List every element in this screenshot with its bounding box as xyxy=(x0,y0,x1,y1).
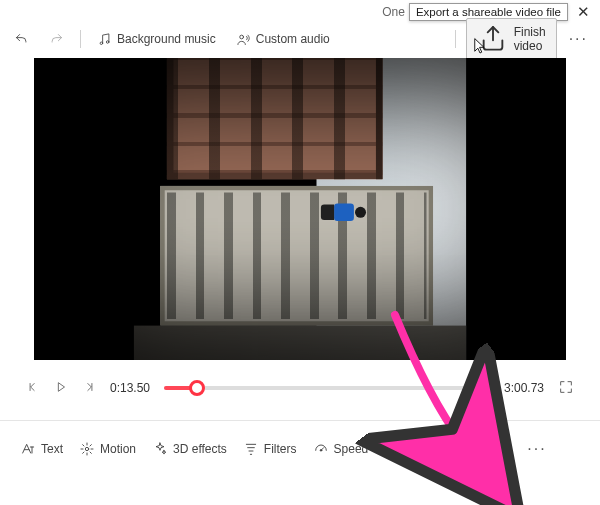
toolbar-more-button[interactable]: ··· xyxy=(565,30,592,48)
frame-forward-icon xyxy=(82,380,96,394)
filters-button[interactable]: Filters xyxy=(243,441,297,457)
redo-button[interactable] xyxy=(43,28,70,51)
crop-icon xyxy=(405,441,421,457)
undo-button[interactable] xyxy=(8,28,35,51)
play-button[interactable] xyxy=(54,380,68,397)
person-audio-icon xyxy=(236,32,251,47)
preview-area xyxy=(0,56,600,360)
undo-icon xyxy=(14,32,29,47)
frame-back-icon xyxy=(26,380,40,394)
separator xyxy=(386,440,387,458)
sparkle-3d-icon xyxy=(152,441,168,457)
filters-icon xyxy=(243,441,259,457)
top-toolbar: Background music Custom audio Finish vid… xyxy=(0,22,600,56)
frame-back-button[interactable] xyxy=(26,380,40,397)
svg-point-8 xyxy=(85,447,88,450)
custom-audio-label: Custom audio xyxy=(256,32,330,46)
text-button[interactable]: Text xyxy=(20,441,63,457)
clip-actions-bar: Text Motion 3D effects Filters Speed ··· xyxy=(0,421,600,477)
seek-track[interactable] xyxy=(164,386,490,390)
finish-video-button[interactable]: Finish video xyxy=(466,18,557,60)
speed-icon xyxy=(313,441,329,457)
actions-more-button[interactable]: ··· xyxy=(523,440,550,458)
separator xyxy=(455,30,456,48)
background-music-label: Background music xyxy=(117,32,216,46)
video-editor-window: One Export a shareable video file ✕ Back… xyxy=(0,0,600,505)
video-frame xyxy=(134,58,466,360)
3d-effects-button[interactable]: 3D effects xyxy=(152,441,227,457)
svg-point-13 xyxy=(320,450,322,452)
video-preview[interactable] xyxy=(34,58,566,360)
rotate-button[interactable] xyxy=(437,432,475,466)
separator xyxy=(80,30,81,48)
onedrive-label: One xyxy=(382,5,405,19)
current-time: 0:13.50 xyxy=(110,381,150,395)
custom-audio-button[interactable]: Custom audio xyxy=(230,28,336,51)
music-note-icon xyxy=(97,32,112,47)
trash-icon xyxy=(491,441,507,457)
speed-button[interactable]: Speed xyxy=(313,441,369,457)
text-icon xyxy=(20,441,36,457)
rotate-icon xyxy=(447,440,465,458)
text-label: Text xyxy=(41,442,63,456)
cursor-pointer-icon xyxy=(473,37,487,55)
frame-forward-button[interactable] xyxy=(82,380,96,397)
seek-thumb[interactable] xyxy=(189,380,205,396)
3d-effects-label: 3D effects xyxy=(173,442,227,456)
motion-icon xyxy=(79,441,95,457)
background-music-button[interactable]: Background music xyxy=(91,28,222,51)
svg-point-1 xyxy=(100,42,103,45)
svg-point-2 xyxy=(106,40,109,43)
speed-label: Speed xyxy=(334,442,369,456)
delete-button[interactable] xyxy=(491,441,507,457)
svg-point-3 xyxy=(239,35,243,39)
redo-icon xyxy=(49,32,64,47)
onedrive-chip[interactable]: One xyxy=(378,5,405,19)
duration-time: 3:00.73 xyxy=(504,381,544,395)
motion-label: Motion xyxy=(100,442,136,456)
play-icon xyxy=(54,380,68,394)
fullscreen-button[interactable] xyxy=(558,379,574,398)
close-button[interactable]: ✕ xyxy=(572,3,594,21)
crop-button[interactable] xyxy=(405,441,421,457)
motion-button[interactable]: Motion xyxy=(79,441,136,457)
filters-label: Filters xyxy=(264,442,297,456)
finish-video-label: Finish video xyxy=(514,25,546,53)
fullscreen-icon xyxy=(558,379,574,395)
playback-controls: 0:13.50 3:00.73 xyxy=(0,360,600,416)
